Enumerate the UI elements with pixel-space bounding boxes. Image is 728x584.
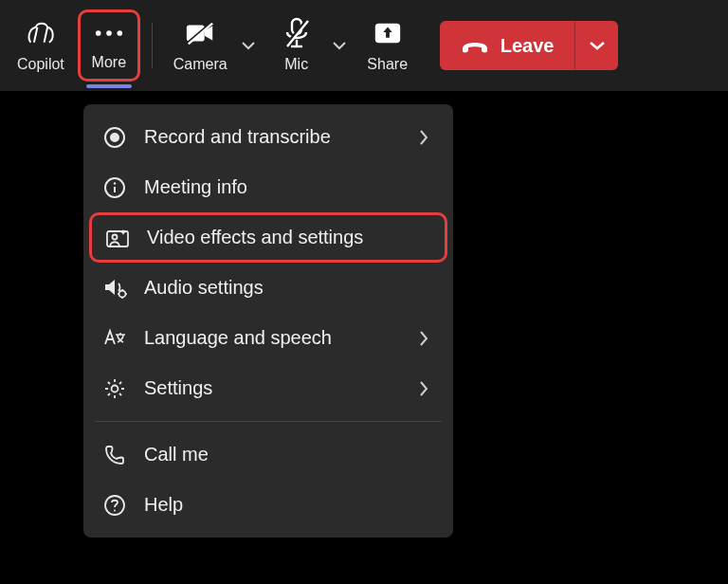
svg-point-18 <box>113 234 118 239</box>
svg-point-0 <box>96 30 101 36</box>
audio-settings-icon <box>102 276 127 301</box>
menu-item-record[interactable]: Record and transcribe <box>83 112 453 162</box>
copilot-icon <box>26 18 56 48</box>
menu-item-audio-settings[interactable]: Audio settings <box>83 263 453 313</box>
svg-point-20 <box>112 385 118 392</box>
svg-point-13 <box>111 134 118 141</box>
menu-label: Settings <box>144 377 402 399</box>
gear-icon <box>102 376 127 401</box>
record-icon <box>102 125 127 150</box>
chevron-right-icon <box>419 129 434 146</box>
chevron-down-icon <box>332 41 347 50</box>
menu-item-settings[interactable]: Settings <box>83 363 453 413</box>
leave-button-group: Leave <box>440 21 619 70</box>
copilot-button[interactable]: Copilot <box>8 9 74 82</box>
menu-label: Help <box>144 494 434 516</box>
meeting-toolbar: Copilot More Camera <box>0 0 728 91</box>
chevron-right-icon <box>419 330 434 347</box>
mic-label: Mic <box>284 56 308 73</box>
svg-point-22 <box>114 509 116 511</box>
leave-options-button[interactable] <box>574 21 618 70</box>
mic-off-icon <box>282 18 312 48</box>
info-icon <box>102 175 127 200</box>
menu-item-help[interactable]: Help <box>83 480 453 530</box>
video-effects-icon <box>105 226 130 250</box>
chevron-down-icon <box>589 40 606 51</box>
leave-button[interactable]: Leave <box>440 21 575 70</box>
svg-point-16 <box>114 182 116 184</box>
more-active-indicator <box>86 84 132 88</box>
toolbar-divider <box>152 23 153 68</box>
chevron-right-icon <box>419 380 434 397</box>
chevron-down-icon <box>241 41 256 50</box>
svg-point-19 <box>119 290 126 297</box>
share-label: Share <box>367 56 408 73</box>
mic-options-button[interactable] <box>326 28 353 63</box>
more-button[interactable]: More <box>78 9 140 82</box>
share-icon <box>373 18 403 48</box>
camera-button[interactable]: Camera <box>164 9 237 82</box>
menu-label: Audio settings <box>144 277 434 299</box>
menu-separator <box>95 421 442 422</box>
copilot-label: Copilot <box>17 56 64 73</box>
menu-label: Video effects and settings <box>147 227 431 248</box>
phone-icon <box>102 443 127 467</box>
svg-point-1 <box>106 30 112 36</box>
menu-label: Call me <box>144 444 434 465</box>
share-button[interactable]: Share <box>356 9 419 82</box>
menu-item-meeting-info[interactable]: Meeting info <box>83 162 453 212</box>
menu-label: Record and transcribe <box>144 126 402 148</box>
camera-label: Camera <box>173 56 228 73</box>
hangup-icon <box>461 37 489 54</box>
more-dropdown-menu: Record and transcribe Meeting info Video… <box>83 104 453 538</box>
more-label: More <box>92 54 126 71</box>
menu-item-language[interactable]: Language and speech <box>83 313 453 363</box>
leave-label: Leave <box>500 35 555 57</box>
svg-point-2 <box>117 30 122 36</box>
menu-item-video-effects[interactable]: Video effects and settings <box>89 212 447 263</box>
more-icon <box>94 20 124 46</box>
camera-options-button[interactable] <box>235 28 262 63</box>
camera-off-icon <box>185 18 215 48</box>
menu-item-call-me[interactable]: Call me <box>83 429 453 480</box>
menu-label: Language and speech <box>144 327 402 349</box>
help-icon <box>102 493 127 518</box>
mic-button[interactable]: Mic <box>265 9 328 82</box>
language-icon <box>102 326 127 351</box>
menu-label: Meeting info <box>144 176 434 198</box>
